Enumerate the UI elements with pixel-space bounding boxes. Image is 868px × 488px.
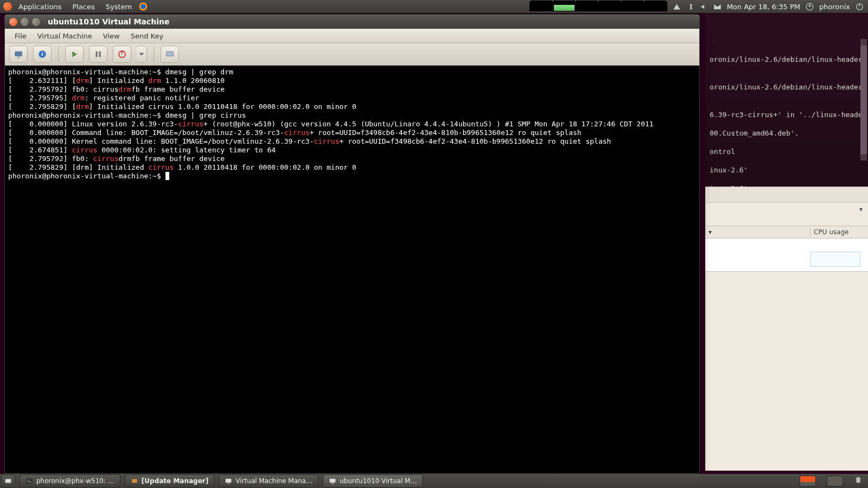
output-text: : registered panic notifier (85, 94, 199, 102)
vm-window-titlebar[interactable]: ubuntu1010 Virtual Machine (5, 15, 699, 29)
window-title: ubuntu1010 Virtual Machine (48, 17, 169, 26)
virt-manager-cpu-sparkline (810, 252, 860, 267)
output-text: [ 2.632111] [ (8, 76, 76, 85)
task-update-manager[interactable]: [Update Manager] (125, 474, 214, 487)
svg-rect-22 (331, 483, 334, 484)
network-icon[interactable] (673, 3, 681, 11)
output-text: 0000:00:02.0: setting latency timer to 6… (97, 146, 276, 154)
output-text: [ 2.795792] fb0: cirrus (8, 85, 119, 93)
user-switch-icon[interactable] (806, 3, 814, 11)
task-label: ubuntu1010 Virtual M… (340, 477, 417, 485)
svg-rect-6 (15, 52, 22, 56)
virt-manager-columns: ▾ CPU usage (705, 226, 868, 239)
clock[interactable]: Mon Apr 18, 6:35 PM (727, 3, 800, 11)
output-text: [ 2.674851] (8, 146, 72, 154)
firefox-icon[interactable] (138, 2, 148, 11)
svg-point-3 (809, 4, 811, 7)
output-text: [ 2.795795] (8, 94, 72, 102)
svg-rect-16 (5, 479, 11, 483)
host-terminal-partial: oronix/linux-2.6/debian/linux-header oro… (705, 13, 868, 187)
close-button[interactable] (9, 18, 17, 26)
output-text: fb frame buffer device (131, 85, 225, 93)
fullscreen-button[interactable] (161, 46, 179, 63)
task-terminal[interactable]: phoronix@phx-w510: … (20, 474, 120, 487)
mail-icon[interactable] (713, 3, 722, 11)
menu-view[interactable]: View (98, 30, 125, 42)
virt-manager-dropdown-icon[interactable]: ▾ (859, 206, 863, 213)
virt-manager-icon (225, 477, 232, 485)
places-menu[interactable]: Places (68, 2, 99, 12)
host-term-scroll-up[interactable] (860, 39, 867, 46)
output-text: drmfb frame buffer device (119, 155, 225, 163)
details-button[interactable]: i (33, 46, 52, 63)
virt-manager-cpu-col[interactable]: CPU usage (810, 228, 868, 236)
workspace-switcher-1[interactable] (800, 476, 816, 486)
svg-rect-20 (227, 483, 229, 484)
output-text: ] Initialized cirrus 1.0.0 20110418 for … (89, 102, 356, 111)
console-button[interactable] (9, 46, 28, 63)
virt-manager-list[interactable] (705, 239, 868, 272)
top-panel-right: Mon Apr 18, 6:35 PM phoronix (529, 2, 868, 11)
virt-manager-window-partial: ▾ ▾ CPU usage (705, 187, 868, 471)
svg-rect-18 (132, 479, 137, 483)
svg-rect-7 (17, 57, 20, 58)
svg-rect-19 (226, 479, 232, 483)
host-term-scrollbar[interactable] (860, 46, 867, 154)
applications-menu[interactable]: Applications (14, 2, 66, 12)
prompt: phoronix@phoronix-virtual-machine:~$ (8, 172, 161, 180)
volume-icon[interactable] (700, 3, 708, 11)
svg-rect-11 (99, 52, 101, 57)
ubuntu-logo-icon[interactable] (3, 2, 12, 11)
output-text: [ 0.000000] Kernel command line: BOOT_IM… (8, 137, 314, 145)
show-desktop-button[interactable] (1, 474, 15, 487)
output-text: 1.0.0 20110418 for 0000:00:02.0 on minor… (174, 163, 356, 171)
update-manager-icon (131, 477, 138, 485)
trash-icon[interactable] (854, 476, 863, 484)
toolbar-separator (58, 47, 59, 62)
command: dmesg | grep drm (165, 68, 233, 76)
task-label: phoronix@phx-w510: … (36, 477, 114, 485)
guest-terminal[interactable]: phoronix@phoronix-virtual-machine:~$ dme… (5, 66, 699, 473)
highlight: drm (148, 76, 161, 85)
vm-menubar: File Virtual Machine View Send Key (5, 29, 699, 43)
shutdown-dropdown[interactable] (137, 46, 147, 63)
minimize-button[interactable] (21, 18, 29, 26)
output-text: [ 2.795792] fb0: (8, 155, 93, 163)
host-term-line: ontrol (710, 147, 864, 156)
output-text: [ 2.795829] [ (8, 102, 76, 111)
menu-file[interactable]: File (9, 30, 32, 42)
pause-button[interactable] (89, 46, 107, 63)
svg-point-1 (141, 4, 146, 9)
system-monitor-applet[interactable] (529, 2, 667, 11)
bluetooth-icon[interactable] (686, 3, 694, 11)
system-menu[interactable]: System (101, 2, 136, 12)
highlight: cirrus (314, 137, 340, 145)
highlight: cirrus (284, 129, 310, 137)
virt-manager-name-col-dropdown[interactable]: ▾ (705, 228, 810, 236)
highlight: drm (119, 85, 131, 93)
host-term-line: oronix/linux-2.6/debian/linux-header (710, 55, 864, 64)
task-virt-manager[interactable]: Virtual Machine Mana… (219, 474, 318, 487)
command: dmesg | grep cirrus (165, 111, 246, 119)
output-text: 1.1.0 20060810 (161, 76, 225, 85)
svg-text:i: i (41, 52, 43, 57)
output-text: [ 2.795829] [drm] Initialized (8, 163, 148, 171)
task-vm-console[interactable]: ubuntu1010 Virtual M… (323, 474, 423, 487)
menu-send-key[interactable]: Send Key (125, 30, 169, 42)
power-icon[interactable] (856, 3, 864, 11)
host-term-scroll-down[interactable] (860, 154, 867, 160)
run-button[interactable] (65, 46, 84, 63)
username[interactable]: phoronix (819, 3, 850, 11)
highlight: cirrus (72, 146, 97, 154)
workspace-switcher-2[interactable] (827, 476, 843, 486)
task-label: Virtual Machine Mana… (235, 477, 312, 485)
vm-console-window: ubuntu1010 Virtual Machine File Virtual … (4, 14, 700, 474)
output-text: + (root@phx-w510) (gcc version 4.4.5 (Ub… (203, 120, 654, 128)
menu-virtual-machine[interactable]: Virtual Machine (32, 30, 98, 42)
highlight: drm (76, 76, 88, 85)
shutdown-button[interactable] (113, 46, 131, 63)
host-term-line: inux-2.6' (710, 165, 864, 175)
host-term-line: 00.Custom_amd64.deb'. (710, 129, 864, 138)
svg-rect-10 (96, 52, 98, 57)
maximize-button[interactable] (32, 18, 40, 26)
